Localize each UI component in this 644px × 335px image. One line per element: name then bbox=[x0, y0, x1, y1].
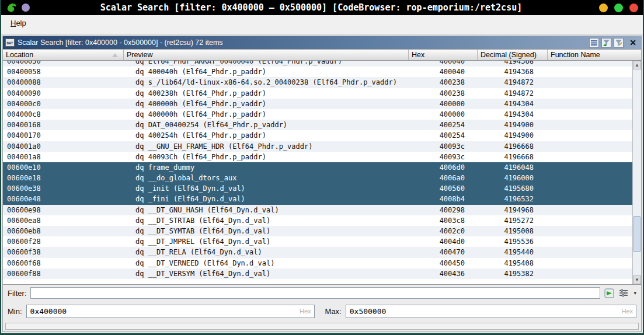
cell-decimal: 4195408 bbox=[469, 258, 539, 268]
table-row[interactable]: 00400050 dq Elf64_Phdr_ARRAY_00400040 (E… bbox=[3, 61, 632, 67]
menu-help[interactable]: Help bbox=[7, 18, 30, 29]
cell-decimal: 4195272 bbox=[469, 215, 539, 226]
close-button[interactable] bbox=[629, 4, 638, 12]
titlebar-icons bbox=[6, 2, 30, 13]
table-row[interactable]: 00400168 dq DAT_00400254 (Elf64_Phdr.p_v… bbox=[3, 120, 632, 130]
cell-preview: dq s_/lib64/ld-linux-x86-64.so.2_0040023… bbox=[124, 77, 400, 88]
cell-location: 00400090 bbox=[3, 88, 124, 99]
status-bar bbox=[5, 323, 639, 330]
cell-function-name bbox=[539, 226, 632, 236]
column-header-function-name[interactable]: Function Name bbox=[548, 50, 641, 60]
column-header-preview[interactable]: Preview bbox=[124, 50, 409, 60]
table-row[interactable]: 00600f28 dq __DT_JMPREL (Elf64_Dyn.d_val… bbox=[3, 236, 632, 247]
cell-function-name bbox=[539, 130, 632, 141]
table-row[interactable]: 00600e98 dq __DT_GNU_HASH (Elf64_Dyn.d_v… bbox=[3, 205, 632, 215]
cell-hex: 400000 bbox=[400, 99, 469, 109]
cell-decimal: 4196000 bbox=[469, 173, 539, 183]
table-row[interactable]: 00600ea8 dq __DT_STRTAB (Elf64_Dyn.d_val… bbox=[3, 215, 632, 226]
minimize-button[interactable] bbox=[599, 4, 608, 12]
cell-preview: dq 400254h (Elf64_Phdr.p_paddr) bbox=[124, 130, 400, 141]
vertical-scrollbar[interactable]: ▲ ▼ bbox=[632, 61, 641, 284]
table-row[interactable]: 004000c8 dq 400000h (Elf64_Phdr.p_paddr)… bbox=[3, 109, 632, 120]
max-field: Hex bbox=[346, 305, 636, 318]
cell-decimal: 4196048 bbox=[469, 162, 539, 173]
app-icon bbox=[22, 4, 30, 12]
maximize-button[interactable] bbox=[614, 4, 623, 12]
cell-preview: dq __DT_JMPREL (Elf64_Dyn.d_val) bbox=[124, 236, 400, 247]
table-row[interactable]: 00600e48 dq _fini (Elf64_Dyn.d_val) 4008… bbox=[3, 194, 632, 204]
cell-decimal: 4194304 bbox=[469, 99, 539, 109]
table-row[interactable]: 00600eb8 dq __DT_SYMTAB (Elf64_Dyn.d_val… bbox=[3, 226, 632, 236]
column-header-hex[interactable]: Hex bbox=[409, 50, 478, 60]
filter-input[interactable] bbox=[30, 287, 601, 299]
application-window: Scalar Search [filter: 0x400000 – 0x5000… bbox=[0, 0, 644, 335]
scalar-search-icon: DAT bbox=[5, 39, 15, 47]
cell-decimal: 4194368 bbox=[469, 67, 539, 77]
max-label: Max: bbox=[325, 307, 342, 316]
cell-location: 00600e18 bbox=[3, 173, 124, 183]
table-row[interactable]: 00600f38 dq __DT_RELA (Elf64_Dyn.d_val) … bbox=[3, 247, 632, 257]
filter-options-icon[interactable] bbox=[618, 288, 629, 299]
cell-location: 00600ea8 bbox=[3, 215, 124, 226]
table-row[interactable]: 00400088 dq s_/lib64/ld-linux-x86-64.so.… bbox=[3, 77, 632, 88]
table-row[interactable]: 00600f68 dq __DT_VERNEED (Elf64_Dyn.d_va… bbox=[3, 258, 632, 268]
cell-function-name bbox=[539, 183, 632, 194]
filter-apply-icon[interactable] bbox=[604, 288, 615, 299]
cell-preview: dq __DT_VERNEED (Elf64_Dyn.d_val) bbox=[124, 258, 400, 268]
cell-hex: 400040 bbox=[400, 67, 469, 77]
column-header-location[interactable]: Location bbox=[3, 50, 124, 60]
titlebar: Scalar Search [filter: 0x400000 – 0x5000… bbox=[1, 0, 643, 15]
scrollbar-thumb[interactable] bbox=[633, 216, 640, 252]
filter-label: Filter: bbox=[8, 289, 27, 298]
cell-hex: 400436 bbox=[400, 268, 469, 279]
cell-hex: 400470 bbox=[400, 247, 469, 257]
table-row[interactable]: 00600e38 dq _init (Elf64_Dyn.d_val) 4005… bbox=[3, 183, 632, 194]
filter-edit-icon[interactable] bbox=[614, 38, 624, 48]
scroll-up-icon[interactable]: ▲ bbox=[633, 61, 641, 69]
cell-decimal: 4195008 bbox=[469, 226, 539, 236]
table-row[interactable]: 004001a8 dq 40093Ch (Elf64_Phdr.p_paddr)… bbox=[3, 152, 632, 162]
cell-function-name bbox=[539, 77, 632, 88]
cell-function-name bbox=[539, 236, 632, 247]
table-header: Location Preview Hex Decimal (Signed) Fu… bbox=[3, 49, 641, 61]
cell-hex: 40093c bbox=[400, 141, 469, 152]
scroll-down-icon[interactable]: ▼ bbox=[633, 275, 641, 284]
cell-preview: dq __DT_RELA (Elf64_Dyn.d_val) bbox=[124, 247, 400, 257]
table-row[interactable]: 00400170 dq 400254h (Elf64_Phdr.p_paddr)… bbox=[3, 130, 632, 141]
table-row[interactable]: 004001a0 dq __GNU_EH_FRAME_HDR (Elf64_Ph… bbox=[3, 141, 632, 152]
cell-hex: 400238 bbox=[400, 88, 469, 99]
cell-location: 00600e38 bbox=[3, 183, 124, 194]
filter-add-icon[interactable] bbox=[601, 38, 611, 48]
table-row[interactable]: 00600e10 dq frame_dummy 4006d0 4196048 bbox=[3, 162, 632, 173]
cell-hex: 4006a0 bbox=[400, 173, 469, 183]
table-row[interactable]: 00400090 dq 400238h (Elf64_Phdr.p_paddr)… bbox=[3, 88, 632, 99]
cell-decimal: 4195680 bbox=[469, 183, 539, 194]
cell-function-name bbox=[539, 99, 632, 109]
min-input[interactable] bbox=[26, 305, 315, 318]
cell-decimal: 4194968 bbox=[469, 205, 539, 215]
panel-close-icon[interactable]: ✕ bbox=[626, 39, 639, 47]
table-body: 00400050 dq Elf64_Phdr_ARRAY_00400040 (E… bbox=[3, 61, 641, 285]
panel-header: DAT Scalar Search [filter: 0x400000 - 0x… bbox=[3, 36, 641, 49]
table-row[interactable]: 00400058 dq 400040h (Elf64_Phdr.p_paddr)… bbox=[3, 67, 632, 77]
ghidra-dragon-icon bbox=[6, 2, 18, 13]
min-field: Hex bbox=[26, 305, 315, 318]
cell-decimal: 4194872 bbox=[469, 88, 539, 99]
max-input[interactable] bbox=[346, 305, 636, 318]
cell-location: 00400050 bbox=[3, 61, 124, 67]
cell-function-name bbox=[539, 194, 632, 204]
cell-location: 00600f38 bbox=[3, 247, 124, 257]
cell-preview: dq __DT_VERSYM (Elf64_Dyn.d_val) bbox=[124, 268, 400, 279]
cell-location: 00600f68 bbox=[3, 258, 124, 268]
cell-preview: dq frame_dummy bbox=[124, 162, 400, 173]
filter-options-dropdown-icon[interactable]: ▾ bbox=[633, 290, 636, 296]
cell-location: 00600f88 bbox=[3, 268, 124, 279]
table-row[interactable]: 004000c0 dq 400000h (Elf64_Phdr.p_vaddr)… bbox=[3, 99, 632, 109]
cell-hex: 400560 bbox=[400, 183, 469, 194]
table-row[interactable]: 00600f88 dq __DT_VERSYM (Elf64_Dyn.d_val… bbox=[3, 268, 632, 279]
cell-preview: dq 400000h (Elf64_Phdr.p_vaddr) bbox=[124, 99, 400, 109]
column-header-decimal[interactable]: Decimal (Signed) bbox=[478, 50, 548, 60]
table-row[interactable]: 00600e18 dq __do_global_dtors_aux 4006a0… bbox=[3, 173, 632, 183]
table-options-icon[interactable] bbox=[589, 38, 599, 48]
cell-function-name bbox=[539, 215, 632, 226]
